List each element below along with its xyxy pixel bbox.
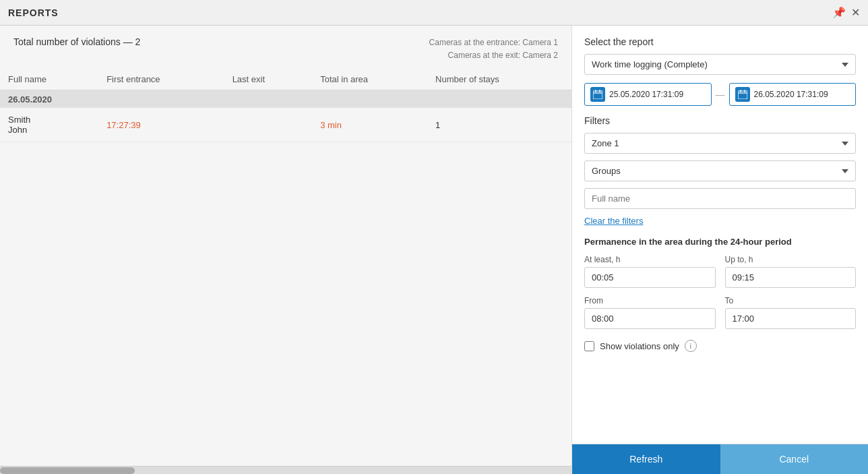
title-bar: REPORTS 📌 ✕ — [0, 0, 868, 26]
cell-total-in-area: 3 min — [312, 108, 427, 142]
cameras-exit: Cameras at the exit: Camera 2 — [429, 49, 558, 62]
col-full-name: Full name — [0, 69, 98, 90]
cell-number-of-stays: 1 — [427, 108, 571, 142]
date-from-value: 25.05.2020 17:31:09 — [609, 90, 683, 99]
data-table: Full name First entrance Last exit Total… — [0, 69, 571, 142]
at-least-col: At least, h — [584, 255, 716, 288]
main-content: Total number of violations — 2 Cameras a… — [0, 26, 868, 474]
up-to-col: Up to, h — [725, 255, 857, 288]
cell-name: SmithJohn — [0, 108, 98, 142]
to-input[interactable] — [725, 308, 857, 329]
from-input[interactable] — [584, 308, 716, 329]
filters-group: Filters Zone 1 Zone 2 All zones Groups G… — [584, 115, 856, 226]
at-least-input[interactable] — [584, 267, 716, 288]
show-violations-row: Show violations only i — [584, 340, 856, 352]
table-container: Full name First entrance Last exit Total… — [0, 69, 571, 466]
from-label: From — [584, 296, 716, 305]
date-group-row: 26.05.2020 — [0, 90, 571, 108]
violations-count: Total number of violations — 2 — [13, 36, 140, 47]
from-to-row: From To — [584, 296, 856, 329]
to-label: To — [725, 296, 857, 305]
full-name-filter[interactable] — [584, 188, 856, 209]
scrollbar-thumb[interactable] — [0, 467, 135, 474]
table-header-row: Full name First entrance Last exit Total… — [0, 69, 571, 90]
info-icon[interactable]: i — [685, 340, 697, 352]
horizontal-scrollbar[interactable] — [0, 466, 571, 474]
cell-first-entrance: 17:27:39 — [98, 108, 224, 142]
from-col: From — [584, 296, 716, 329]
select-report-label: Select the report — [584, 36, 856, 47]
col-last-exit: Last exit — [224, 69, 313, 90]
left-panel: Total number of violations — 2 Cameras a… — [0, 26, 571, 474]
show-violations-label: Show violations only — [600, 341, 679, 351]
bottom-buttons: Refresh Cancel — [572, 444, 868, 474]
svg-rect-0 — [593, 91, 602, 99]
permanence-group: Permanence in the area during the 24-hou… — [584, 237, 856, 329]
date-to-value: 26.05.2020 17:31:09 — [754, 90, 828, 99]
svg-rect-4 — [738, 91, 747, 99]
report-select[interactable]: Work time logging (Complete) Work time l… — [584, 54, 856, 75]
groups-select[interactable]: Groups Group A Group B — [584, 160, 856, 181]
clear-filters-link[interactable]: Clear the filters — [584, 216, 856, 226]
date-group-label: 26.05.2020 — [0, 90, 571, 108]
right-panel: › Select the report Work time logging (C… — [571, 26, 868, 474]
info-bar: Total number of violations — 2 Cameras a… — [0, 26, 571, 69]
right-panel-inner: Select the report Work time logging (Com… — [572, 26, 868, 444]
close-button[interactable]: ✕ — [851, 6, 860, 19]
filters-title: Filters — [584, 115, 856, 126]
calendar-to-icon — [735, 87, 750, 102]
pin-button[interactable]: 📌 — [832, 6, 846, 19]
collapse-arrow[interactable]: › — [571, 241, 572, 260]
to-col: To — [725, 296, 857, 329]
at-least-label: At least, h — [584, 255, 716, 264]
cancel-button[interactable]: Cancel — [720, 444, 869, 474]
date-range-row: 25.05.2020 17:31:09 — 26.05.2020 17:31:0… — [584, 83, 856, 106]
col-total-in-area: Total in area — [312, 69, 427, 90]
cell-last-exit — [224, 108, 313, 142]
col-number-of-stays: Number of stays — [427, 69, 571, 90]
at-least-up-to-row: At least, h Up to, h — [584, 255, 856, 288]
cameras-info: Cameras at the entrance: Camera 1 Camera… — [429, 36, 558, 62]
date-from-input[interactable]: 25.05.2020 17:31:09 — [584, 83, 712, 106]
up-to-input[interactable] — [725, 267, 857, 288]
app-title: REPORTS — [8, 7, 59, 18]
cameras-entrance: Cameras at the entrance: Camera 1 — [429, 36, 558, 49]
table-row: SmithJohn 17:27:39 3 min 1 — [0, 108, 571, 142]
report-select-group: Select the report Work time logging (Com… — [584, 36, 856, 75]
col-first-entrance: First entrance — [98, 69, 224, 90]
up-to-label: Up to, h — [725, 255, 857, 264]
date-range-separator: — — [716, 89, 725, 100]
show-violations-checkbox[interactable] — [584, 341, 594, 351]
calendar-from-icon — [590, 87, 605, 102]
permanence-title: Permanence in the area during the 24-hou… — [584, 237, 856, 247]
zone-select[interactable]: Zone 1 Zone 2 All zones — [584, 133, 856, 154]
title-bar-icons: 📌 ✕ — [832, 6, 860, 19]
refresh-button[interactable]: Refresh — [572, 444, 720, 474]
date-to-input[interactable]: 26.05.2020 17:31:09 — [729, 83, 857, 106]
